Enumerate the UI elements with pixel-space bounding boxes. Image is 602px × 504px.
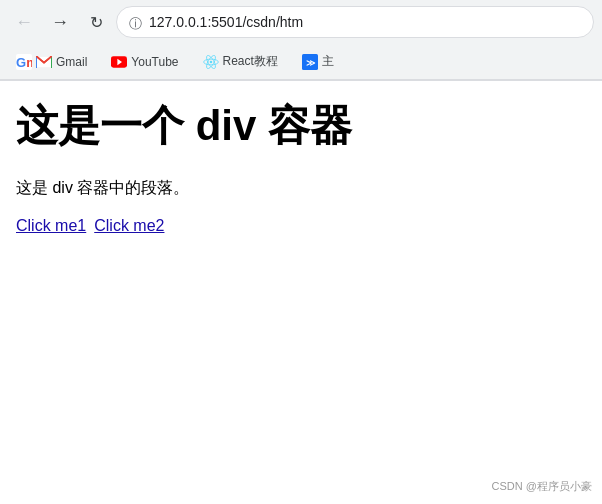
svg-text:Gm: Gm — [16, 55, 32, 70]
bookmark-gmail-label: Gmail — [56, 55, 87, 69]
forward-button[interactable]: → — [44, 6, 76, 38]
bookmark-gmail[interactable]: Gm Gmail — [8, 50, 95, 74]
gmail-icon: Gm — [16, 54, 32, 70]
watermark: CSDN @程序员小豪 — [492, 479, 592, 494]
page-paragraph: 这是 div 容器中的段落。 — [16, 175, 586, 201]
link-click-me1[interactable]: Click me1 — [16, 217, 86, 235]
back-button[interactable]: ← — [8, 6, 40, 38]
react-icon — [203, 54, 219, 70]
bookmark-arrow-label: 主 — [322, 53, 334, 70]
link-click-me2[interactable]: Click me2 — [94, 217, 164, 235]
nav-bar: ← → ↻ ⓘ 127.0.0.1:5501/csdn/htm — [0, 0, 602, 44]
arrow-double-icon: ≫ — [302, 54, 318, 70]
address-text: 127.0.0.1:5501/csdn/htm — [149, 14, 303, 30]
bookmark-react-label: React教程 — [223, 53, 278, 70]
page-links: Click me1 Click me2 — [16, 217, 586, 235]
bookmark-youtube[interactable]: YouTube — [103, 51, 186, 73]
reload-button[interactable]: ↻ — [80, 6, 112, 38]
bookmark-react[interactable]: React教程 — [195, 49, 286, 74]
bookmark-arrow[interactable]: ≫ 主 — [294, 49, 342, 74]
bookmarks-bar: Gm Gmail YouTube — [0, 44, 602, 80]
page-heading: 这是一个 div 容器 — [16, 101, 586, 151]
youtube-icon — [111, 56, 127, 68]
browser-chrome: ← → ↻ ⓘ 127.0.0.1:5501/csdn/htm Gm — [0, 0, 602, 81]
info-icon: ⓘ — [129, 15, 143, 29]
page-content: 这是一个 div 容器 这是 div 容器中的段落。 Click me1 Cli… — [0, 81, 602, 255]
address-bar[interactable]: ⓘ 127.0.0.1:5501/csdn/htm — [116, 6, 594, 38]
svg-text:≫: ≫ — [305, 57, 315, 67]
svg-point-7 — [209, 60, 212, 63]
gmail-m-icon — [36, 56, 52, 68]
bookmark-youtube-label: YouTube — [131, 55, 178, 69]
